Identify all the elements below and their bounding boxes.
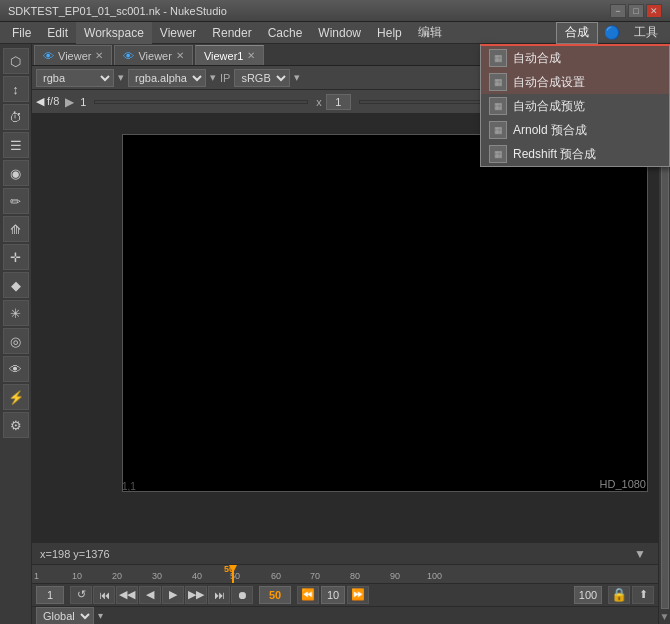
go-start-btn[interactable]: ⏮ xyxy=(93,586,115,604)
dropdown-item-redshift[interactable]: ▦ Redshift 预合成 xyxy=(481,142,669,166)
tab-viewer-1[interactable]: 👁 Viewer ✕ xyxy=(34,45,112,65)
ruler-20: 20 xyxy=(112,571,122,581)
x-input[interactable] xyxy=(326,94,351,110)
menu-tools[interactable]: 工具 xyxy=(626,22,666,44)
tool-disk[interactable]: ◎ xyxy=(3,328,29,354)
maximize-button[interactable]: □ xyxy=(628,4,644,18)
tool-layers[interactable]: ⟰ xyxy=(3,216,29,242)
dropdown-item-auto-composite-preview[interactable]: ▦ 自动合成预览 xyxy=(481,94,669,118)
tool-fx[interactable]: ✳ xyxy=(3,300,29,326)
playhead-line: 50 xyxy=(232,565,234,583)
menu-render[interactable]: Render xyxy=(204,22,259,44)
close-button[interactable]: ✕ xyxy=(646,4,662,18)
redshift-icon: ▦ xyxy=(489,145,507,163)
tool-node[interactable]: ◆ xyxy=(3,272,29,298)
current-frame-input[interactable] xyxy=(259,586,291,604)
menu-compositing[interactable]: 合成 xyxy=(556,22,598,44)
tool-time[interactable]: ⏱ xyxy=(3,104,29,130)
tool-props[interactable]: ☰ xyxy=(3,132,29,158)
tool-settings[interactable]: ⚙ xyxy=(3,412,29,438)
prev-frame-btn[interactable]: ◀ xyxy=(139,586,161,604)
auto-composite-preview-label: 自动合成预览 xyxy=(513,98,585,115)
jump-back-btn[interactable]: ⏪ xyxy=(297,586,319,604)
colorspace-select[interactable]: sRGB xyxy=(234,69,290,87)
go-end-btn[interactable]: ⏭ xyxy=(208,586,230,604)
timeline-ruler[interactable]: 1 10 20 30 40 50 60 70 80 90 100 50 xyxy=(32,565,658,584)
compositing-icon: 🔵 xyxy=(600,25,624,40)
eye-icon-2: 👁 xyxy=(123,50,134,62)
menu-file[interactable]: File xyxy=(4,22,39,44)
menu-viewer[interactable]: Viewer xyxy=(152,22,204,44)
subchannel-select[interactable]: rgba.alpha xyxy=(128,69,206,87)
tab-close-1[interactable]: ✕ xyxy=(95,50,103,61)
tab-close-2[interactable]: ✕ xyxy=(176,50,184,61)
jump-forward-btn[interactable]: ⏩ xyxy=(347,586,369,604)
channel-select[interactable]: rgba rgba.alpha xyxy=(36,69,114,87)
start-frame-input[interactable] xyxy=(36,586,64,604)
tool-circle[interactable]: ◉ xyxy=(3,160,29,186)
viewer-canvas: HD_1080 1,1 xyxy=(32,114,658,542)
playhead-number: 50 xyxy=(224,565,234,574)
menu-edit[interactable]: Edit xyxy=(39,22,76,44)
menu-help[interactable]: Help xyxy=(369,22,410,44)
menu-cache[interactable]: Cache xyxy=(260,22,311,44)
export-btn[interactable]: ⬆ xyxy=(632,586,654,604)
record-btn[interactable]: ⏺ xyxy=(231,586,253,604)
zoom-num: 1 xyxy=(80,96,86,108)
ruler-90: 90 xyxy=(390,571,400,581)
timeline-controls: ↺ ⏮ ◀◀ ◀ ▶ ▶▶ ⏭ ⏺ ⏪ ⏩ 🔒 ⬆ xyxy=(32,584,658,606)
menu-bar: File Edit Workspace Viewer Render Cache … xyxy=(0,22,670,44)
next-frame-btn[interactable]: ▶▶ xyxy=(185,586,207,604)
zoom-display: ◀ f/8 xyxy=(36,95,59,108)
tab-viewer1[interactable]: Viewer1 ✕ xyxy=(195,45,265,65)
dropdown-item-arnold[interactable]: ▦ Arnold 预合成 xyxy=(481,118,669,142)
tool-view[interactable]: 👁 xyxy=(3,356,29,382)
tab-label-3: Viewer1 xyxy=(204,50,244,62)
canvas-area xyxy=(122,134,648,492)
dropdown-item-auto-composite-settings[interactable]: ▦ 自动合成设置 xyxy=(481,70,669,94)
tool-flash[interactable]: ⚡ xyxy=(3,384,29,410)
zoom-slider[interactable] xyxy=(94,100,308,104)
dropdown-item-auto-composite[interactable]: ▦ 自动合成 xyxy=(481,46,669,70)
tool-paint[interactable]: ✏ xyxy=(3,188,29,214)
prev-key-btn[interactable]: ◀◀ xyxy=(116,586,138,604)
tool-transform[interactable]: ✛ xyxy=(3,244,29,270)
menu-window[interactable]: Window xyxy=(310,22,369,44)
play-btn[interactable]: ▶ xyxy=(162,586,184,604)
window-title: SDKTEST_EP01_01_sc001.nk - NukeStudio xyxy=(8,5,610,17)
tab-close-3[interactable]: ✕ xyxy=(247,50,255,61)
window-controls: − □ ✕ xyxy=(610,4,662,18)
ip-label: IP xyxy=(220,72,230,84)
tool-select[interactable]: ⬡ xyxy=(3,48,29,74)
ruler-10: 10 xyxy=(72,571,82,581)
left-toolbar: ⬡ ↕ ⏱ ☰ ◉ ✏ ⟰ ✛ ◆ ✳ ◎ 👁 ⚡ ⚙ xyxy=(0,44,32,624)
auto-composite-icon: ▦ xyxy=(489,49,507,67)
menu-edit-cn[interactable]: 编辑 xyxy=(410,22,450,44)
lock-btn[interactable]: 🔒 xyxy=(608,586,630,604)
tab-viewer-2[interactable]: 👁 Viewer ✕ xyxy=(114,45,192,65)
loop-btn[interactable]: ↺ xyxy=(70,586,92,604)
eye-icon-1: 👁 xyxy=(43,50,54,62)
scroll-down-btn[interactable]: ▼ xyxy=(630,547,650,561)
coords-display: x=198 y=1376 xyxy=(40,548,630,560)
tool-move[interactable]: ↕ xyxy=(3,76,29,102)
auto-composite-settings-label: 自动合成设置 xyxy=(513,74,585,91)
minimize-button[interactable]: − xyxy=(610,4,626,18)
auto-composite-label: 自动合成 xyxy=(513,50,561,67)
subchannel-arrow: ▾ xyxy=(210,71,216,84)
menu-workspace[interactable]: Workspace xyxy=(76,22,152,44)
zoom-sep: ▶ xyxy=(65,95,74,109)
scroll-down-arrow[interactable]: ▼ xyxy=(660,611,670,622)
canvas-resolution-label: HD_1080 xyxy=(600,478,646,490)
end-frame-input[interactable] xyxy=(574,586,602,604)
colorspace-arrow: ▾ xyxy=(294,71,300,84)
channel-arrow: ▾ xyxy=(118,71,124,84)
canvas-corner-label: 1,1 xyxy=(122,481,136,492)
global-select[interactable]: Global xyxy=(36,607,94,625)
auto-composite-preview-icon: ▦ xyxy=(489,97,507,115)
ruler-40: 40 xyxy=(192,571,202,581)
auto-composite-settings-icon: ▦ xyxy=(489,73,507,91)
title-bar: SDKTEST_EP01_01_sc001.nk - NukeStudio − … xyxy=(0,0,670,22)
step-input[interactable] xyxy=(321,586,345,604)
ruler-100: 100 xyxy=(427,571,442,581)
